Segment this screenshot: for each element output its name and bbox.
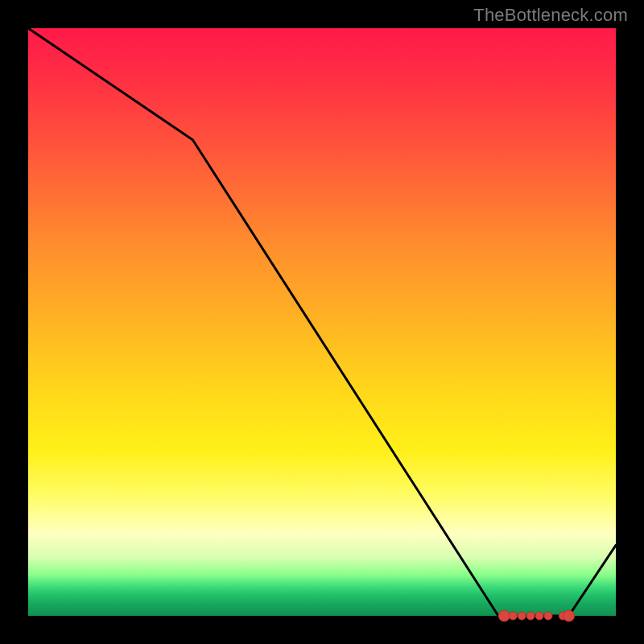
plot-area [28, 28, 616, 616]
chart-frame: TheBottleneck.com [0, 0, 644, 644]
attribution-label: TheBottleneck.com [473, 5, 628, 26]
